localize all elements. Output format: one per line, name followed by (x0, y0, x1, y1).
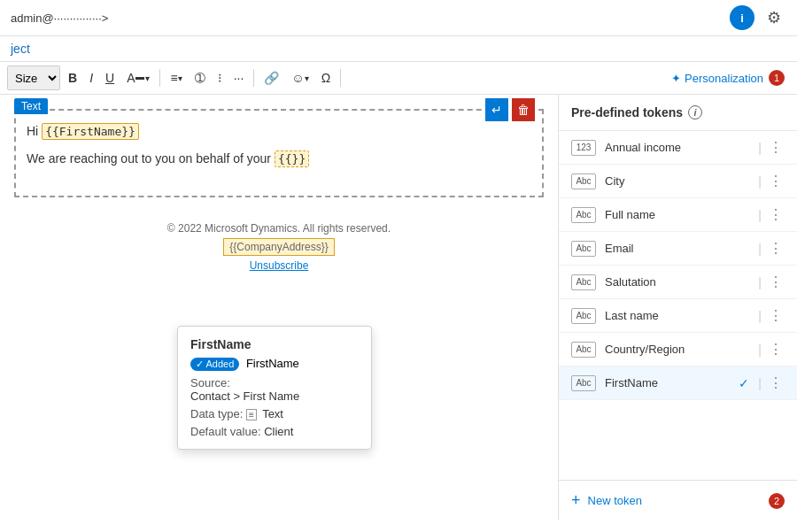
token-list-item[interactable]: Abc FirstName ✓ | ⋮ (559, 366, 797, 400)
font-color-chevron: ▾ (145, 73, 150, 83)
source-value: Contact > First Name (190, 389, 299, 403)
align-button[interactable]: ≡ ▾ (166, 66, 186, 90)
token-type-badge: 123 (571, 140, 596, 156)
token-menu-dots[interactable]: ⋮ (767, 307, 785, 324)
unordered-list-button[interactable]: ⁝ (213, 66, 226, 90)
tooltip-source-row: Source: Contact > First Name (190, 376, 359, 403)
user-email: admin@···············> (11, 12, 108, 25)
ordered-list-button[interactable]: ➀ (190, 66, 210, 90)
line1-prefix: Hi (27, 124, 42, 138)
unordered-list-icon: ⁝ (218, 71, 221, 85)
new-token-badge: 2 (769, 493, 785, 509)
token-type-badge: Abc (571, 308, 596, 324)
token-list-item[interactable]: 123 Annual income | ⋮ (559, 131, 797, 165)
token-tooltip: FirstName ✓ Added FirstName Source: Cont… (177, 326, 372, 450)
emoji-button[interactable]: ☺ ▾ (287, 66, 313, 90)
new-token-label: New token (588, 494, 642, 507)
token-type-badge: Abc (571, 173, 596, 189)
panel-title: Pre-defined tokens (571, 105, 683, 120)
block-label: Text (14, 98, 48, 114)
token-list-item[interactable]: Abc Country/Region | ⋮ (559, 333, 797, 366)
company-address-token[interactable]: {{CompanyAddress}} (223, 238, 334, 256)
editor-area: Text ↵ 🗑 Hi {{FirstName}} We are reachin… (0, 95, 558, 520)
block-actions: ↵ 🗑 (485, 98, 535, 121)
token-menu-dots[interactable]: ⋮ (767, 341, 785, 358)
token-menu-dots[interactable]: ⋮ (767, 139, 785, 156)
token-type-badge: Abc (571, 274, 596, 290)
more-button[interactable]: ··· (229, 66, 249, 90)
new-token-button[interactable]: + New token 2 (559, 480, 797, 520)
emoji-icon: ☺ (291, 71, 304, 85)
tooltip-datatype-row: Data type: ≡ Text (190, 407, 359, 420)
link-button[interactable]: 🔗 (259, 66, 283, 90)
default-value: Client (264, 425, 293, 438)
text-content: Hi {{FirstName}} We are reaching out to … (27, 121, 531, 169)
personalization-button[interactable]: ✦ Personalization 1 (666, 67, 790, 89)
token-menu-dots[interactable]: ⋮ (767, 274, 785, 290)
token-item-name: Last name (605, 309, 753, 322)
underline-button[interactable]: U (101, 66, 119, 90)
info-icon-button[interactable]: i (730, 5, 754, 30)
token-list-item[interactable]: Abc Salutation | ⋮ (559, 266, 797, 299)
toolbar-divider-3 (340, 69, 341, 87)
personalization-label: Personalization (685, 72, 763, 85)
source-label: Source: (190, 376, 230, 389)
token-list-item[interactable]: Abc Full name | ⋮ (559, 198, 797, 232)
subject-bar: ject (0, 36, 797, 62)
unsubscribe-link[interactable]: Unsubscribe (250, 259, 309, 272)
default-label: Default value: (190, 425, 261, 438)
token-check-icon: ✓ (739, 376, 749, 390)
size-select[interactable]: Size (7, 66, 60, 90)
token-separator: | (758, 208, 762, 222)
text-block[interactable]: Text ↵ 🗑 Hi {{FirstName}} We are reachin… (14, 109, 544, 197)
token-item-name: City (605, 174, 753, 188)
token-type-badge: Abc (571, 207, 596, 223)
tooltip-title: FirstName (190, 337, 359, 351)
token-separator: | (758, 174, 762, 189)
token-type-badge: Abc (571, 375, 596, 391)
token-list-item[interactable]: Abc Last name | ⋮ (559, 299, 797, 333)
new-token-plus-icon: + (571, 491, 581, 510)
token-item-name: Full name (605, 208, 753, 221)
token-menu-dots[interactable]: ⋮ (767, 374, 785, 391)
token-menu-dots[interactable]: ⋮ (767, 206, 785, 223)
line2-text: We are reaching out to you on behalf of … (27, 151, 275, 166)
settings-icon-button[interactable]: ⚙ (762, 5, 786, 30)
omega-button[interactable]: Ω (317, 66, 335, 90)
email-footer: © 2022 Microsoft Dynamics. All rights re… (14, 208, 544, 286)
subject-label: ject (11, 42, 30, 56)
align-chevron: ▾ (178, 73, 182, 83)
token-menu-dots[interactable]: ⋮ (767, 173, 785, 189)
panel-header: Pre-defined tokens i (559, 95, 797, 131)
block-delete-button[interactable]: 🗑 (512, 98, 535, 121)
incomplete-token[interactable]: {{}} (275, 150, 309, 167)
token-list-item[interactable]: Abc Email | ⋮ (559, 232, 797, 266)
token-list-item[interactable]: Abc City | ⋮ (559, 165, 797, 198)
token-item-name: Salutation (605, 275, 753, 289)
token-menu-dots[interactable]: ⋮ (767, 240, 785, 257)
tooltip-badge-value: FirstName (246, 357, 299, 370)
token-separator: | (758, 309, 762, 323)
align-icon: ≡ (170, 71, 177, 85)
ordered-list-icon: ➀ (195, 71, 205, 85)
token-separator: | (758, 141, 762, 155)
right-panel: Pre-defined tokens i 123 Annual income |… (558, 95, 797, 520)
footer-copyright: © 2022 Microsoft Dynamics. All rights re… (28, 222, 530, 235)
font-color-button[interactable]: A ▾ (122, 66, 154, 90)
token-item-name: Country/Region (605, 343, 753, 356)
token-list: 123 Annual income | ⋮ Abc City | ⋮ Abc F… (559, 131, 797, 480)
token-item-name: Annual income (605, 141, 753, 154)
personalization-badge: 1 (769, 70, 785, 86)
block-return-button[interactable]: ↵ (485, 98, 508, 121)
token-separator: | (758, 343, 762, 357)
tooltip-badge-row: ✓ Added FirstName (190, 357, 359, 371)
top-bar-actions: i ⚙ (730, 5, 786, 30)
datatype-label: Data type: (190, 407, 243, 420)
token-type-badge: Abc (571, 241, 596, 257)
token-separator: | (758, 275, 762, 289)
toolbar: Size B I U A ▾ ≡ ▾ ➀ ⁝ ··· 🔗 ☺ ▾ Ω ✦ Per… (0, 62, 797, 95)
italic-button[interactable]: I (85, 66, 97, 90)
firstname-token[interactable]: {{FirstName}} (42, 123, 139, 140)
bold-button[interactable]: B (64, 66, 81, 90)
panel-info-icon[interactable]: i (688, 105, 702, 120)
